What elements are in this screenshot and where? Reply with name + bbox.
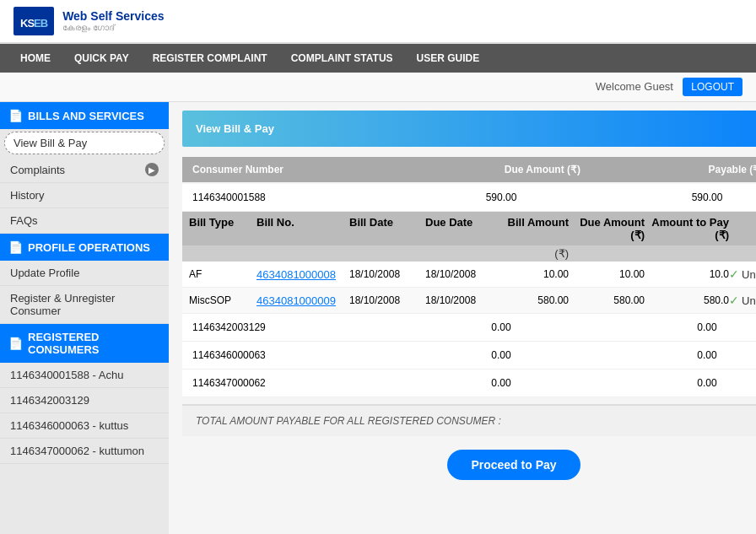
bill-no-af: 4634081000008 (256, 268, 349, 281)
due-date-af: 18/10/2008 (425, 268, 501, 280)
consumer-row-2: 1146342003129 0.00 0.00 ⇩ (182, 314, 756, 342)
col-bill-type: Bill Type (189, 216, 256, 241)
consumer-4-number: 1146347000062 (192, 377, 398, 389)
summary-table: Consumer Number Due Amount (₹) Payable (… (182, 157, 756, 182)
col-bill-amount: Bill Amount (501, 216, 569, 241)
select-af[interactable]: ✓ UnCheck to not pay (729, 267, 756, 281)
logout-button[interactable]: LOGOUT (683, 78, 742, 96)
proceed-to-pay-button[interactable]: Proceed to Pay (447, 450, 580, 480)
bill-no-miscsop: 4634081000009 (256, 294, 349, 307)
bill-row-af: AF 4634081000008 18/10/2008 18/10/2008 1… (182, 262, 756, 288)
profile-icon: 📄 (8, 240, 23, 254)
logo-area: KSEB Web Self Services കേരളം ഗോദ് (14, 7, 165, 35)
sidebar-item-update-profile[interactable]: Update Profile (0, 261, 169, 286)
sidebar-item-history-label: History (10, 189, 44, 202)
sidebar-item-complaints-label: Complaints (10, 164, 65, 176)
sidebar-item-register-unregister[interactable]: Register & Unregister Consumer (0, 286, 169, 324)
sidebar-section-profile-label: PROFILE OPERATIONS (28, 241, 150, 254)
sidebar-item-consumer-1-label: 1146340001588 - Achu (10, 369, 123, 381)
sidebar-section-profile[interactable]: 📄 PROFILE OPERATIONS (0, 234, 169, 261)
nav-register-complaint[interactable]: REGISTER COMPLAINT (141, 44, 279, 73)
sidebar-item-consumer-4[interactable]: 1146347000062 - kuttumon (0, 439, 169, 464)
sidebar-section-registered-consumers[interactable]: 📄 REGISTERED CONSUMERS (0, 324, 169, 363)
consumer-3-payable: 0.00 (604, 349, 756, 361)
logo-box: KSEB (14, 7, 54, 35)
consumer-3-due: 0.00 (398, 349, 604, 361)
amount-to-pay-af: 10.0 (645, 268, 729, 280)
header: KSEB Web Self Services കേരളം ഗോദ് (0, 0, 756, 44)
uncheck-btn-miscsop[interactable]: ✓ UnCheck to not pay (729, 294, 756, 307)
main-layout: 📄 BILLS AND SERVICES View Bill & Pay Com… (0, 102, 756, 534)
nav-quick-pay[interactable]: QUICK PAY (62, 44, 141, 73)
navigation: HOME QUICK PAY REGISTER COMPLAINT COMPLA… (0, 44, 756, 73)
nav-home[interactable]: HOME (8, 44, 62, 73)
sidebar-item-faqs[interactable]: FAQs (0, 208, 169, 234)
sidebar-section-registered-consumers-label: REGISTERED CONSUMERS (28, 331, 160, 356)
sidebar-item-consumer-2[interactable]: 1146342003129 (0, 388, 169, 413)
sidebar-item-update-profile-label: Update Profile (10, 267, 79, 279)
consumer-row-4: 1146347000062 0.00 0.00 ⇩ (182, 369, 756, 397)
consumer-1-number: 1146340001588 (192, 191, 398, 203)
consumer-3-number: 1146346000063 (192, 349, 398, 361)
consumer-4-due: 0.00 (398, 377, 604, 389)
sidebar-section-bills-label: BILLS AND SERVICES (28, 110, 144, 122)
nav-user-guide[interactable]: USER GUIDE (405, 44, 492, 73)
registered-consumers-icon: 📄 (8, 337, 23, 350)
sidebar-item-consumer-1[interactable]: 1146340001588 - Achu (0, 363, 169, 388)
bill-date-miscsop: 18/10/2008 (349, 294, 425, 306)
col-bill-date: Bill Date (349, 216, 425, 241)
col-payable: Payable (₹) (651, 157, 756, 182)
consumer-row-3: 1146346000063 0.00 0.00 ⇩ (182, 342, 756, 369)
consumer-1-summary: 1146340001588 590.00 590.00 ⇧ (182, 184, 756, 212)
sidebar-item-view-bill-pay[interactable]: View Bill & Pay (4, 132, 165, 154)
select-miscsop[interactable]: ✓ UnCheck to not pay (729, 294, 756, 307)
col-bill-no: Bill No. (256, 216, 349, 241)
check-icon-af: ✓ (729, 267, 739, 281)
sidebar-item-consumer-3[interactable]: 1146346000063 - kuttus (0, 413, 169, 439)
nav-complaint-status[interactable]: COMPLAINT STATUS (279, 44, 405, 73)
sidebar-item-consumer-4-label: 1146347000062 - kuttumon (10, 445, 144, 457)
bills-icon: 📄 (8, 109, 23, 122)
due-amount-af: 10.00 (569, 268, 645, 280)
consumer-2-payable: 0.00 (604, 321, 756, 333)
bill-amount-sublabel: (₹) (182, 245, 756, 262)
col-amount-to-pay: Amount to Pay (₹) (645, 216, 729, 241)
logo-text: Web Self Services കേരളം ഗോദ് (62, 9, 164, 33)
sidebar-item-view-bill-pay-label: View Bill & Pay (14, 137, 87, 149)
sidebar-item-register-unregister-label: Register & Unregister Consumer (10, 292, 159, 317)
col-consumer-number: Consumer Number (182, 157, 434, 182)
welcome-bar: Welcome Guest LOGOUT (0, 73, 756, 102)
bill-amount-miscsop: 580.00 (501, 294, 569, 306)
bill-detail-header: Bill Type Bill No. Bill Date Due Date Bi… (182, 212, 756, 245)
consumer-2-number: 1146342003129 (192, 321, 398, 333)
consumer-4-payable: 0.00 (604, 377, 756, 389)
consumer-2-due: 0.00 (398, 321, 604, 333)
bill-type-miscsop: MiscSOP (189, 294, 256, 306)
uncheck-label-af: UnCheck to not pay (742, 268, 756, 281)
sidebar-section-bills[interactable]: 📄 BILLS AND SERVICES (0, 102, 169, 129)
col-due-date: Due Date (425, 216, 501, 241)
complaints-badge: ▶ (145, 163, 159, 176)
bill-row-miscsop: MiscSOP 4634081000009 18/10/2008 18/10/2… (182, 288, 756, 314)
sidebar-item-history[interactable]: History (0, 183, 169, 208)
welcome-text: Welcome Guest (596, 80, 673, 93)
bill-type-af: AF (189, 268, 256, 280)
uncheck-label-miscsop: UnCheck to not pay (742, 294, 756, 307)
consumer-1-payable: 590.00 (604, 191, 756, 203)
due-amount-miscsop: 580.00 (569, 294, 645, 306)
bill-amount-af: 10.00 (501, 268, 569, 280)
logo-eb: EB (34, 17, 47, 30)
amount-to-pay-miscsop: 580.0 (645, 294, 729, 306)
content-area: View Bill & Pay »» Consumer Number Due A… (169, 102, 756, 534)
check-icon-miscsop: ✓ (729, 294, 739, 307)
sidebar-item-complaints[interactable]: Complaints ▶ (0, 157, 169, 183)
total-label: TOTAL AMOUNT PAYABLE FOR ALL REGISTERED … (196, 415, 501, 427)
uncheck-btn-af[interactable]: ✓ UnCheck to not pay (729, 267, 756, 281)
consumer-1-due: 590.00 (398, 191, 604, 203)
sidebar-item-faqs-label: FAQs (10, 214, 38, 227)
logo-ks: KS (20, 17, 34, 30)
page-title-bar: View Bill & Pay »» (182, 111, 756, 147)
total-bar: TOTAL AMOUNT PAYABLE FOR ALL REGISTERED … (182, 404, 756, 436)
col-due-amount: Due Amount (₹) (434, 157, 651, 182)
col-due-amount-detail: Due Amount (₹) (569, 216, 645, 241)
